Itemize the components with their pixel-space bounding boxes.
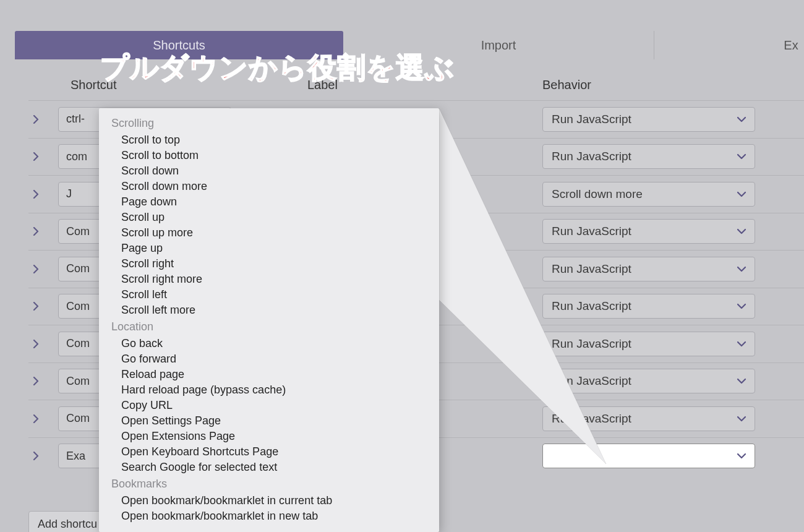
- behavior-select[interactable]: Run JavaScript: [542, 257, 755, 281]
- dropdown-item[interactable]: Hard reload page (bypass cache): [99, 382, 439, 398]
- behavior-dropdown[interactable]: Scrolling Scroll to top Scroll to bottom…: [99, 108, 439, 532]
- dropdown-item[interactable]: Scroll to bottom: [99, 148, 439, 163]
- expand-icon[interactable]: [28, 152, 43, 161]
- dropdown-item[interactable]: Page up: [99, 241, 439, 256]
- dropdown-item[interactable]: Go back: [99, 336, 439, 351]
- dropdown-item[interactable]: Open Extensions Page: [99, 429, 439, 444]
- dropdown-item[interactable]: Reload page: [99, 367, 439, 382]
- dropdown-item[interactable]: Scroll left more: [99, 302, 439, 318]
- behavior-select[interactable]: Run JavaScript: [542, 406, 755, 431]
- behavior-select[interactable]: Run JavaScript: [542, 332, 755, 356]
- behavior-select[interactable]: Scroll down more: [542, 182, 755, 207]
- dropdown-item[interactable]: Scroll right more: [99, 272, 439, 287]
- chevron-down-icon: [737, 264, 746, 275]
- expand-icon[interactable]: [28, 265, 43, 273]
- annotation-text: プルダウンから役割を選ぶ: [100, 49, 455, 87]
- expand-icon[interactable]: [28, 340, 43, 348]
- add-shortcut-button[interactable]: Add shortcu: [28, 511, 106, 532]
- dropdown-item[interactable]: Scroll to top: [99, 132, 439, 148]
- expand-icon[interactable]: [28, 414, 43, 423]
- dropdown-item[interactable]: Scroll left: [99, 287, 439, 302]
- behavior-value: Run JavaScript: [552, 225, 631, 238]
- dropdown-item[interactable]: Open Settings Page: [99, 413, 439, 429]
- behavior-value: Run JavaScript: [552, 374, 631, 388]
- dropdown-item[interactable]: Scroll up more: [99, 225, 439, 241]
- dropdown-item[interactable]: Scroll down: [99, 163, 439, 179]
- dropdown-group-bookmarks: Bookmarks: [99, 475, 439, 493]
- behavior-value: Run JavaScript: [552, 262, 631, 276]
- expand-icon[interactable]: [28, 452, 43, 460]
- behavior-value: Run JavaScript: [552, 150, 631, 163]
- expand-icon[interactable]: [28, 227, 43, 236]
- chevron-down-icon: [737, 226, 746, 237]
- behavior-value: Run JavaScript: [552, 337, 631, 351]
- dropdown-item[interactable]: Search Google for selected text: [99, 460, 439, 475]
- behavior-select[interactable]: Run JavaScript: [542, 219, 755, 244]
- dropdown-item[interactable]: Open Keyboard Shortcuts Page: [99, 444, 439, 460]
- behavior-value: Run JavaScript: [552, 113, 631, 126]
- chevron-down-icon: [737, 450, 746, 461]
- dropdown-group-scrolling: Scrolling: [99, 114, 439, 132]
- chevron-down-icon: [737, 151, 746, 162]
- dropdown-item[interactable]: Scroll up: [99, 210, 439, 225]
- header-behavior: Behavior: [542, 78, 591, 92]
- chevron-down-icon: [737, 338, 746, 350]
- dropdown-item[interactable]: Page down: [99, 194, 439, 210]
- expand-icon[interactable]: [28, 377, 43, 385]
- behavior-value: Scroll down more: [552, 187, 643, 201]
- behavior-value: Run JavaScript: [552, 299, 631, 313]
- dropdown-item[interactable]: Scroll right: [99, 256, 439, 272]
- chevron-down-icon: [737, 413, 746, 424]
- expand-icon[interactable]: [28, 115, 43, 124]
- behavior-select[interactable]: Run JavaScript: [542, 107, 755, 132]
- dropdown-item[interactable]: Open bookmark/bookmarklet in current tab: [99, 493, 439, 508]
- expand-icon[interactable]: [28, 190, 43, 199]
- chevron-down-icon: [737, 301, 746, 312]
- chevron-down-icon: [737, 114, 746, 125]
- dropdown-item[interactable]: Copy URL: [99, 398, 439, 413]
- dropdown-item[interactable]: Open bookmark/bookmarklet in new tab: [99, 508, 439, 524]
- expand-icon[interactable]: [28, 302, 43, 311]
- behavior-select[interactable]: Run JavaScript: [542, 144, 755, 169]
- behavior-value: Run JavaScript: [552, 412, 631, 426]
- dropdown-item[interactable]: Go forward: [99, 351, 439, 367]
- dropdown-group-location: Location: [99, 318, 439, 336]
- behavior-select-open[interactable]: [542, 444, 755, 468]
- behavior-select[interactable]: Run JavaScript: [542, 294, 755, 319]
- chevron-down-icon: [737, 189, 746, 200]
- dropdown-item[interactable]: Scroll down more: [99, 179, 439, 194]
- behavior-select[interactable]: Run JavaScript: [542, 369, 755, 393]
- chevron-down-icon: [737, 375, 746, 387]
- tab-export[interactable]: Ex: [654, 31, 804, 59]
